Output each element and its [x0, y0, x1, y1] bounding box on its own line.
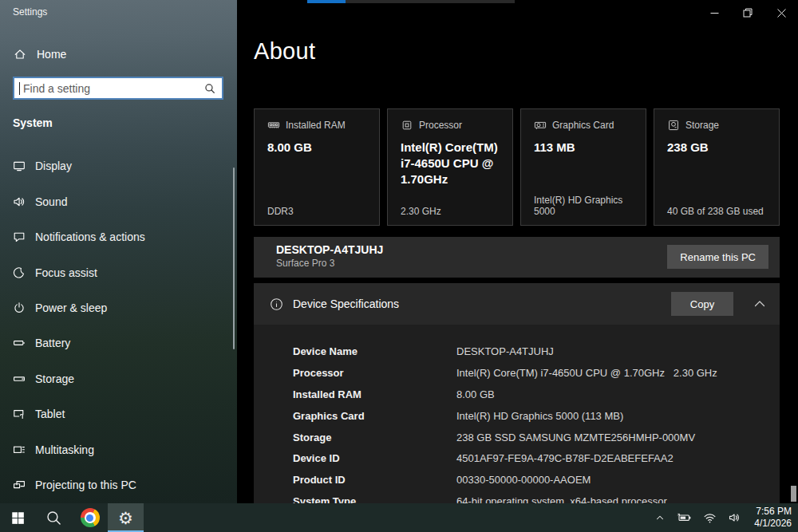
tray-overflow-button[interactable] [651, 509, 669, 526]
spec-value: 64-bit operating system, x64-based proce… [456, 495, 667, 503]
taskbar-clock[interactable]: 7:56 PM 4/1/2026 [754, 506, 792, 530]
top-scroll-indicator-track [346, 0, 515, 3]
spec-label: Product ID [293, 474, 456, 486]
card-processor: Processor Intel(R) Core(TM) i7-4650U CPU… [387, 108, 513, 226]
device-name-bar: DESKTOP-A4TJUHJ Surface Pro 3 Rename thi… [254, 237, 780, 278]
card-label: Installed RAM [286, 120, 346, 131]
spec-value: Intel(R) HD Graphics 5000 (113 MB) [456, 410, 623, 422]
card-footer: Intel(R) HD Graphics 5000 [534, 195, 646, 217]
spec-value: 00330-50000-00000-AAOEM [456, 474, 591, 486]
tablet-icon [13, 408, 26, 420]
spec-row: Device ID 4501AF97-FE9A-479C-B78F-D2EABE… [254, 447, 780, 469]
sidebar-item-focus-assist[interactable]: Focus assist [0, 254, 237, 290]
sidebar-scrollbar-thumb[interactable] [233, 167, 235, 349]
sidebar-item-home[interactable]: Home [0, 43, 237, 65]
minimize-button[interactable] [697, 0, 731, 26]
card-label: Storage [685, 120, 719, 131]
spec-row: Graphics Card Intel(R) HD Graphics 5000 … [254, 405, 780, 427]
sidebar-nav: Display Sound Notifications & actions Fo… [0, 148, 237, 502]
sidebar-item-battery[interactable]: Battery [0, 325, 237, 361]
spec-cards: Installed RAM 8.00 GB DDR3 Processor Int… [254, 108, 780, 226]
multitasking-icon [13, 443, 26, 456]
windows-logo-icon [11, 511, 25, 525]
clock-date: 4/1/2026 [754, 518, 792, 530]
top-scroll-indicator-accent [307, 0, 346, 3]
search-box [13, 77, 223, 100]
chrome-taskbar-button[interactable] [72, 503, 108, 532]
spec-row: Storage 238 GB SSD SAMSUNG MZMTE256HMHP-… [254, 427, 780, 448]
sidebar-item-display[interactable]: Display [0, 148, 237, 183]
spec-value: 238 GB SSD SAMSUNG MZMTE256HMHP-000MV [456, 432, 695, 443]
spec-label: System Type [293, 495, 456, 503]
clock-time: 7:56 PM [754, 506, 792, 518]
window-controls [697, 0, 798, 26]
card-footer: 40 GB of 238 GB used [667, 206, 764, 217]
taskbar: ⚙ 7:56 PM 4/1/202 [0, 503, 798, 532]
spec-label: Installed RAM [293, 388, 456, 400]
battery-charging-icon [677, 511, 692, 524]
battery-icon [13, 337, 26, 349]
sidebar-item-label: Notifications & actions [35, 231, 145, 243]
device-specifications-list: Device Name DESKTOP-A4TJUHJ Processor In… [254, 325, 780, 503]
copy-button[interactable]: Copy [671, 292, 733, 316]
sidebar-item-storage[interactable]: Storage [0, 361, 237, 396]
sidebar-item-label: Storage [35, 372, 74, 385]
wifi-icon [703, 512, 717, 524]
card-graphics: Graphics Card 113 MB Intel(R) HD Graphic… [520, 108, 646, 226]
sidebar-item-tablet[interactable]: Tablet [0, 396, 237, 432]
home-icon [14, 48, 26, 61]
sidebar-item-power-sleep[interactable]: Power & sleep [0, 290, 237, 325]
settings-taskbar-button[interactable]: ⚙ [108, 503, 144, 532]
volume-tray-button[interactable] [725, 508, 745, 527]
taskbar-search-button[interactable] [36, 503, 72, 532]
volume-icon [728, 511, 741, 524]
power-icon [13, 301, 26, 314]
sidebar-item-label: Focus assist [35, 266, 97, 279]
focus-assist-icon [13, 266, 26, 279]
cpu-icon [401, 119, 413, 132]
search-input[interactable] [20, 82, 204, 95]
sidebar-item-label: Tablet [35, 408, 65, 420]
specs-title: Device Specifications [293, 298, 399, 310]
spec-value: DESKTOP-A4TJUHJ [456, 345, 554, 357]
card-value: 113 MB [534, 140, 633, 156]
start-button[interactable] [0, 503, 36, 532]
system-tray: 7:56 PM 4/1/2026 [651, 503, 798, 532]
card-storage: Storage 238 GB 40 GB of 238 GB used [654, 108, 780, 226]
spec-row: Device Name DESKTOP-A4TJUHJ [254, 341, 780, 362]
device-specifications-header: Device Specifications Copy [254, 283, 780, 325]
sidebar-item-sound[interactable]: Sound [0, 183, 237, 219]
disk-icon [667, 119, 680, 132]
tray-chevron-icon [654, 512, 666, 523]
sidebar-item-label: Sound [35, 195, 67, 208]
sidebar-item-label: Power & sleep [35, 301, 107, 314]
spec-label: Device ID [293, 452, 456, 464]
card-footer: DDR3 [267, 206, 294, 217]
restore-button[interactable] [731, 0, 764, 26]
rename-pc-button[interactable]: Rename this PC [667, 245, 768, 269]
page-title: About [254, 38, 315, 65]
settings-sidebar: Settings Home System Display Sound [0, 0, 237, 503]
chevron-up-icon [754, 300, 765, 308]
close-button[interactable] [764, 0, 798, 26]
gear-icon: ⚙ [118, 510, 133, 526]
spec-row: Installed RAM 8.00 GB [254, 384, 780, 405]
sidebar-item-label: Multitasking [35, 443, 94, 456]
battery-tray-button[interactable] [674, 508, 695, 527]
sound-icon [13, 195, 26, 208]
spec-value: 4501AF97-FE9A-479C-B78F-D2EABEFEFAA2 [456, 452, 674, 464]
card-footer: 2.30 GHz [401, 206, 441, 217]
spec-label: Processor [293, 367, 456, 379]
sidebar-item-multitasking[interactable]: Multitasking [0, 432, 237, 467]
sidebar-item-notifications[interactable]: Notifications & actions [0, 219, 237, 254]
sidebar-section-title: System [13, 116, 53, 129]
search-icon[interactable] [204, 83, 215, 94]
scrollbar-thumb[interactable] [791, 486, 796, 502]
sidebar-item-label: Home [37, 48, 66, 61]
wifi-tray-button[interactable] [700, 509, 720, 527]
sidebar-item-projecting[interactable]: Projecting to this PC [0, 467, 237, 502]
collapse-button[interactable] [751, 297, 768, 311]
card-value: 238 GB [667, 140, 766, 156]
card-label: Processor [419, 120, 462, 131]
spec-row: Product ID 00330-50000-00000-AAOEM [254, 469, 780, 491]
